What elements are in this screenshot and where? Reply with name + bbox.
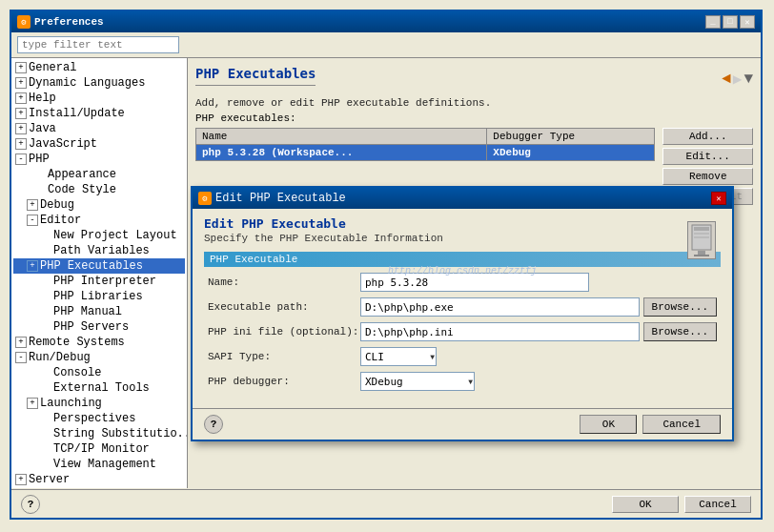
close-button[interactable]: ✕ xyxy=(740,15,755,29)
sidebar-item-label: Console xyxy=(53,366,101,379)
expander-remote[interactable]: + xyxy=(15,337,27,348)
sidebar-item-new-project[interactable]: New Project Layout xyxy=(13,228,185,243)
dialog-bottom-bar: ? OK Cancel xyxy=(193,408,732,440)
tree-content: + General + Dynamic Languages + Help + I… xyxy=(11,58,187,488)
sidebar-item-server[interactable]: + Server xyxy=(13,472,185,487)
debugger-label: PHP debugger: xyxy=(208,376,360,387)
sidebar-item-label: PHP Interpreter xyxy=(53,275,156,288)
sidebar-item-general[interactable]: + General xyxy=(13,60,185,75)
sidebar-item-console[interactable]: Console xyxy=(13,365,185,380)
sidebar-item-php-manual[interactable]: PHP Manual xyxy=(13,304,185,319)
sidebar-item-string-sub[interactable]: String Substitutio... xyxy=(13,426,185,441)
sidebar-item-php[interactable]: - PHP xyxy=(13,152,185,167)
dialog-content: Edit PHP Executable Specify the PHP Exec… xyxy=(193,209,732,404)
svg-rect-2 xyxy=(694,233,709,235)
sidebar-item-code-style[interactable]: Code Style xyxy=(13,182,185,197)
sidebar-item-install-update[interactable]: + Install/Update xyxy=(13,106,185,121)
sidebar-item-php-libraries[interactable]: PHP Libraries xyxy=(13,289,185,304)
exec-path-input[interactable] xyxy=(360,297,640,317)
sidebar-item-label: String Substitutio... xyxy=(53,427,188,440)
phpini-browse-button[interactable]: Browse... xyxy=(643,322,717,341)
sidebar-item-label: Launching xyxy=(40,397,102,410)
minimize-button[interactable]: _ xyxy=(705,15,721,29)
remove-button[interactable]: Remove xyxy=(662,168,753,185)
sidebar-item-tcpip[interactable]: TCP/IP Monitor xyxy=(13,441,185,457)
dialog-ok-button[interactable]: OK xyxy=(580,415,637,434)
tree-panel: + General + Dynamic Languages + Help + I… xyxy=(11,58,188,488)
sidebar-item-label: Install/Update xyxy=(29,107,125,120)
exec-browse-button[interactable]: Browse... xyxy=(643,297,717,317)
expander-php[interactable]: - xyxy=(15,153,27,165)
filter-bar xyxy=(11,32,761,58)
sapi-select-wrapper: CLI CGI FastCGI ▼ xyxy=(360,347,437,366)
sidebar-item-java[interactable]: + Java xyxy=(13,121,185,136)
sidebar-item-label: PHP xyxy=(29,153,50,166)
title-buttons: _ □ ✕ xyxy=(705,15,755,29)
sidebar-item-launching[interactable]: + Launching xyxy=(13,396,185,411)
expander-server[interactable]: + xyxy=(15,474,27,485)
sidebar-item-dynamic-languages[interactable]: + Dynamic Languages xyxy=(13,75,185,91)
sidebar-item-external-tools[interactable]: External Tools xyxy=(13,380,185,396)
sidebar-item-label: General xyxy=(29,61,76,74)
sidebar-item-php-servers[interactable]: PHP Servers xyxy=(13,319,185,335)
panel-description: Add, remove or edit PHP executable defin… xyxy=(195,97,753,109)
dialog-title-text: Edit PHP Executable xyxy=(215,192,346,205)
title-bar: ⚙ Preferences _ □ ✕ xyxy=(11,11,761,32)
sidebar-item-label: External Tools xyxy=(53,381,150,395)
expander-launching[interactable]: + xyxy=(27,398,38,409)
nav-dropdown[interactable]: ▼ xyxy=(743,71,753,88)
expander-install[interactable]: + xyxy=(15,108,27,119)
back-arrow[interactable]: ◄ xyxy=(722,71,731,88)
sidebar-item-debug[interactable]: + Debug xyxy=(13,197,185,213)
expander-debug[interactable]: + xyxy=(27,199,38,211)
dialog-help-button[interactable]: ? xyxy=(204,415,223,434)
dialog-close-button[interactable]: ✕ xyxy=(711,192,726,205)
sidebar-item-javascript[interactable]: + JavaScript xyxy=(13,136,185,152)
expander-help[interactable]: + xyxy=(15,92,27,104)
col-header-debugger: Debugger Type xyxy=(487,129,655,145)
nav-arrows: ◄ ▶ ▼ xyxy=(722,70,753,89)
expander-javascript[interactable]: + xyxy=(15,138,27,150)
table-row[interactable]: php 5.3.28 (Workspace... XDebug xyxy=(196,145,655,161)
sidebar-item-perspectives[interactable]: Perspectives xyxy=(13,411,185,426)
dialog-ok-cancel-buttons: OK Cancel xyxy=(580,415,721,434)
sidebar-item-appearance[interactable]: Appearance xyxy=(13,167,185,182)
sidebar-item-php-interpreter[interactable]: PHP Interpreter xyxy=(13,274,185,289)
sidebar-item-editor[interactable]: - Editor xyxy=(13,213,185,228)
maximize-button[interactable]: □ xyxy=(723,15,738,29)
sapi-row: SAPI Type: CLI CGI FastCGI ▼ xyxy=(204,347,721,366)
sidebar-item-label: PHP Manual xyxy=(53,305,122,318)
right-top-bar: PHP Executables ◄ ▶ ▼ xyxy=(195,66,753,92)
expander-dynamic[interactable]: + xyxy=(15,77,27,89)
sidebar-item-remote-systems[interactable]: + Remote Systems xyxy=(13,335,185,350)
edit-button[interactable]: Edit... xyxy=(662,148,753,165)
dialog-title-bar: ⚙ Edit PHP Executable ✕ xyxy=(193,188,732,209)
expander-java[interactable]: + xyxy=(15,123,27,134)
sidebar-item-run-debug[interactable]: - Run/Debug xyxy=(13,350,185,365)
expander-php-exec[interactable]: + xyxy=(27,260,38,272)
sidebar-item-label: New Project Layout xyxy=(53,229,177,242)
sapi-select[interactable]: CLI CGI FastCGI xyxy=(360,347,437,366)
sidebar-item-php-executables[interactable]: + PHP Executables xyxy=(13,258,185,274)
sidebar-item-view-mgmt[interactable]: View Management xyxy=(13,457,185,472)
window-title: Preferences xyxy=(34,16,104,28)
dialog-cancel-button[interactable]: Cancel xyxy=(642,415,721,434)
expander-run-debug[interactable]: - xyxy=(15,352,27,363)
help-button[interactable]: ? xyxy=(21,495,40,514)
expander-general[interactable]: + xyxy=(15,62,27,73)
col-header-name: Name xyxy=(196,129,487,145)
add-button[interactable]: Add... xyxy=(662,128,753,145)
sidebar-item-label: Perspectives xyxy=(53,412,135,425)
ok-button[interactable]: OK xyxy=(612,496,679,513)
sidebar-item-label: Appearance xyxy=(48,168,116,181)
sidebar-item-label: Code Style xyxy=(48,183,116,196)
cancel-button[interactable]: Cancel xyxy=(684,496,751,513)
phpini-input[interactable] xyxy=(360,322,640,341)
filter-input[interactable] xyxy=(17,36,179,53)
sidebar-item-label: Remote Systems xyxy=(29,336,125,349)
sidebar-item-label: JavaScript xyxy=(29,137,97,151)
sidebar-item-help[interactable]: + Help xyxy=(13,91,185,106)
sidebar-item-path-variables[interactable]: Path Variables xyxy=(13,243,185,258)
debugger-select[interactable]: XDebug Zend Debugger None xyxy=(360,372,475,391)
expander-editor[interactable]: - xyxy=(27,215,38,226)
